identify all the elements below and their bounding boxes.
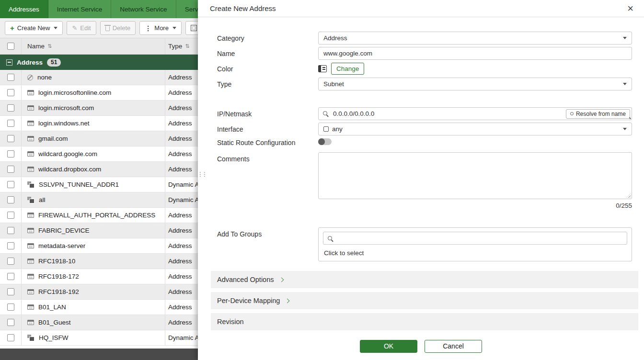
edit-label: Edit xyxy=(80,24,91,32)
collapse-icon[interactable] xyxy=(6,59,12,66)
name-label: Name xyxy=(217,50,318,57)
none-icon xyxy=(27,75,33,80)
more-icon: ⋮ xyxy=(145,24,151,32)
resolve-from-name-button[interactable]: Resolve from name xyxy=(566,109,630,119)
row-checkbox-cell xyxy=(0,177,22,192)
sort-icon[interactable]: ⇅ xyxy=(47,43,52,49)
row-checkbox[interactable] xyxy=(7,74,14,81)
caret-down-icon xyxy=(623,83,627,85)
color-label: Color xyxy=(217,65,318,73)
cancel-button[interactable]: Cancel xyxy=(425,340,482,353)
row-checkbox[interactable] xyxy=(7,288,14,295)
delete-button[interactable]: Delete xyxy=(100,21,136,35)
close-icon[interactable]: × xyxy=(627,3,633,14)
row-checkbox-cell xyxy=(0,162,22,177)
caret-down-icon xyxy=(623,37,627,39)
row-checkbox[interactable] xyxy=(7,304,14,311)
create-new-address-dialog: ⋮⋮ Create New Address × Category Address… xyxy=(198,0,644,360)
groups-search-input[interactable] xyxy=(335,235,622,242)
name-input[interactable] xyxy=(318,47,632,60)
row-checkbox[interactable] xyxy=(7,227,14,234)
row-checkbox-cell xyxy=(0,284,22,299)
address-icon xyxy=(27,320,34,325)
address-icon xyxy=(27,167,34,172)
row-name-cell: FABRIC_DEVICE xyxy=(22,223,165,238)
row-name-cell: all xyxy=(22,192,165,207)
row-checkbox-cell xyxy=(0,208,22,223)
comments-textarea[interactable] xyxy=(318,152,632,199)
row-name: login.microsoftonline.com xyxy=(38,89,111,96)
comments-counter: 0/255 xyxy=(217,202,632,209)
add-to-groups-box[interactable]: Click to select xyxy=(318,227,632,261)
address-icon xyxy=(27,213,34,218)
row-checkbox[interactable] xyxy=(7,258,14,265)
category-select[interactable]: Address xyxy=(318,32,632,45)
trash-icon xyxy=(105,26,110,31)
interface-select[interactable]: any xyxy=(318,123,632,135)
row-checkbox[interactable] xyxy=(7,135,14,142)
row-name-cell: none xyxy=(22,70,165,85)
row-checkbox-cell xyxy=(0,192,22,207)
more-button[interactable]: ⋮ More xyxy=(139,21,182,35)
row-name-cell: RFC1918-10 xyxy=(22,254,165,269)
change-color-button[interactable]: Change xyxy=(331,63,364,75)
search-icon xyxy=(570,112,574,115)
row-name-cell: RFC1918-192 xyxy=(22,284,165,299)
ok-button[interactable]: OK xyxy=(360,340,417,353)
section-advanced-options[interactable]: Advanced Options xyxy=(211,271,638,288)
dialog-sections: Advanced OptionsPer-Device MappingRevisi… xyxy=(211,271,638,330)
create-new-button[interactable]: + Create New xyxy=(5,21,63,35)
dynamic-icon xyxy=(27,197,34,203)
row-name: FIREWALL_AUTH_PORTAL_ADDRESS xyxy=(38,212,155,219)
column-header-name[interactable]: Name ⇅ xyxy=(22,38,165,54)
section-revision[interactable]: Revision xyxy=(211,313,638,330)
select-all-checkbox[interactable] xyxy=(7,43,14,50)
row-checkbox[interactable] xyxy=(7,319,14,326)
static-route-toggle[interactable] xyxy=(318,138,332,145)
row-name-cell: B01_Guest xyxy=(22,315,165,330)
interface-value: any xyxy=(332,125,343,133)
row-checkbox[interactable] xyxy=(7,104,14,112)
row-checkbox[interactable] xyxy=(7,120,14,127)
section-per-device-mapping[interactable]: Per-Device Mapping xyxy=(211,292,638,309)
row-name: HQ_ISFW xyxy=(39,334,69,341)
row-checkbox[interactable] xyxy=(7,150,14,158)
row-checkbox[interactable] xyxy=(7,334,14,341)
row-checkbox[interactable] xyxy=(7,196,14,203)
row-checkbox[interactable] xyxy=(7,212,14,219)
type-select[interactable]: Subnet xyxy=(318,78,632,90)
row-name: RFC1918-172 xyxy=(38,273,79,280)
resolve-label: Resolve from name xyxy=(576,111,626,117)
row-name: B01_Guest xyxy=(38,319,71,326)
row-checkbox[interactable] xyxy=(7,166,14,173)
search-icon xyxy=(328,236,332,240)
resize-handle[interactable]: ⋮⋮ xyxy=(197,172,202,176)
row-name-cell: login.windows.net xyxy=(22,116,165,131)
tab-addresses[interactable]: Addresses xyxy=(0,0,48,18)
row-checkbox[interactable] xyxy=(7,181,14,188)
row-checkbox-cell xyxy=(0,131,22,146)
row-checkbox[interactable] xyxy=(7,242,14,249)
tab-network-service[interactable]: Network Service xyxy=(111,0,176,18)
groups-search-field[interactable] xyxy=(323,232,627,245)
edit-button[interactable]: ✎ Edit xyxy=(67,21,96,35)
address-icon xyxy=(27,105,34,111)
row-checkbox[interactable] xyxy=(7,89,14,96)
tab-internet-service[interactable]: Internet Service xyxy=(48,0,112,18)
caret-down-icon xyxy=(172,27,176,29)
sort-icon[interactable]: ⇅ xyxy=(185,43,189,49)
row-checkbox-cell xyxy=(0,223,22,238)
any-interface-icon xyxy=(323,126,329,132)
row-name-cell: B01_LAN xyxy=(22,300,165,315)
row-name: RFC1918-10 xyxy=(38,258,75,265)
groups-hint[interactable]: Click to select xyxy=(323,249,627,257)
type-label: Type xyxy=(217,80,318,88)
address-icon xyxy=(27,243,34,248)
row-checkbox[interactable] xyxy=(7,273,14,280)
color-swatch-icon xyxy=(318,65,327,72)
pencil-icon: ✎ xyxy=(72,24,77,32)
address-icon xyxy=(27,304,34,310)
row-name-cell: wildcard.dropbox.com xyxy=(22,162,165,177)
row-name: FABRIC_DEVICE xyxy=(38,227,90,234)
row-name-cell: login.microsoftonline.com xyxy=(22,85,165,100)
